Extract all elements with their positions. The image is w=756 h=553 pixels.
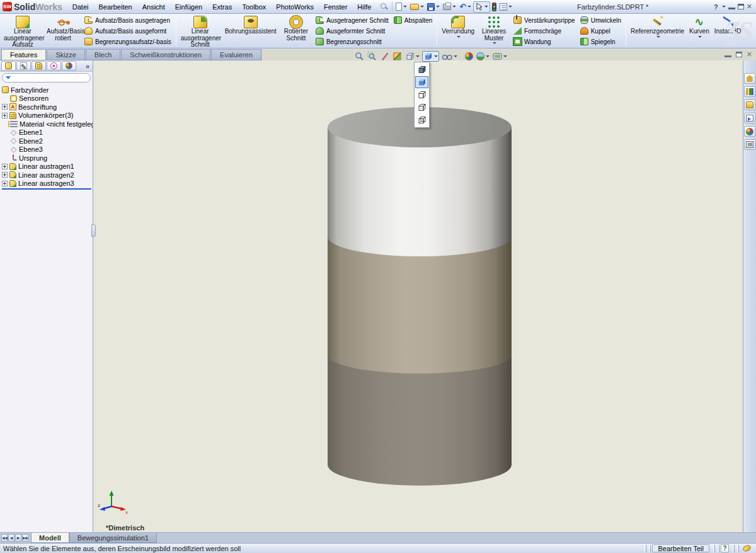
tree-item-extrude3[interactable]: Linear austragen3 <box>2 180 93 188</box>
expand-icon[interactable] <box>2 104 8 110</box>
solidworks-resources-button[interactable] <box>744 73 755 84</box>
menu-datei[interactable]: Datei <box>67 1 94 13</box>
tab-features[interactable]: Features <box>1 49 46 60</box>
tab-blech[interactable]: Blech <box>86 49 121 60</box>
hole-wizard-button[interactable]: Bohrungsassistent <box>222 14 279 47</box>
rollback-bar[interactable] <box>2 188 91 190</box>
curves-button[interactable]: ∿ Kurven <box>687 14 712 47</box>
search-icon[interactable] <box>380 3 388 11</box>
doc-minimize-icon[interactable] <box>724 52 731 57</box>
extruded-cut-button[interactable]: Linear ausgetragener Schnitt <box>178 14 222 47</box>
design-library-button[interactable] <box>744 86 755 97</box>
tree-item-plane2[interactable]: ◇Ebene2 <box>2 137 93 145</box>
zoom-to-fit-button[interactable] <box>354 51 365 62</box>
tab-skizze[interactable]: Skizze <box>47 49 84 60</box>
minimize-icon[interactable] <box>728 4 735 9</box>
wrap-button[interactable]: Umwickeln <box>580 16 621 24</box>
lofted-cut-button[interactable]: Ausgeformter Schnitt <box>316 27 389 35</box>
tree-item-annotations[interactable]: ABeschriftung <box>2 103 93 111</box>
file-explorer-button[interactable] <box>744 100 755 110</box>
help-button[interactable]: ? <box>714 3 718 11</box>
undo-button[interactable]: ↶ <box>458 1 472 13</box>
rebuild-button[interactable] <box>491 1 498 13</box>
print-button[interactable] <box>442 1 457 13</box>
tab-featuremanager-tree[interactable] <box>1 61 16 71</box>
chevron-down-icon[interactable] <box>656 36 660 38</box>
view-orientation-button[interactable] <box>404 51 420 62</box>
menu-bearbeiten[interactable]: Bearbeiten <box>93 1 137 13</box>
select-button[interactable] <box>473 1 490 13</box>
fillet-button[interactable]: Verrundung <box>439 14 477 47</box>
display-style-button[interactable] <box>422 51 439 62</box>
tree-item-solid-bodies[interactable]: Volumenkörper(3) <box>2 111 93 120</box>
chevron-down-icon[interactable] <box>698 36 702 38</box>
cylinder-band-middle[interactable] <box>328 237 512 373</box>
section-view-button[interactable] <box>392 51 403 62</box>
options-button[interactable] <box>498 1 513 13</box>
nav-prev-button[interactable]: ◀ <box>8 534 14 542</box>
custom-properties-button[interactable] <box>744 139 755 150</box>
tree-filter-input[interactable] <box>13 74 87 81</box>
doc-restore-icon[interactable] <box>736 52 742 57</box>
split-button[interactable]: Abspalten <box>394 16 432 24</box>
shaded-option[interactable] <box>415 76 428 88</box>
close-icon[interactable]: ✕ <box>747 3 752 10</box>
linear-pattern-button[interactable]: Lineares Muster <box>477 14 511 47</box>
tab-propertymanager[interactable]: ✎ <box>16 61 31 71</box>
hide-show-items-button[interactable] <box>441 51 458 62</box>
tab-displaymanager[interactable] <box>62 61 76 71</box>
save-button[interactable] <box>426 1 441 13</box>
shell-button[interactable]: Wandung <box>513 38 575 45</box>
extruded-boss-button[interactable]: Linear ausgetragener Aufsatz <box>1 14 44 47</box>
quick-tips-help-icon[interactable]: ? <box>721 544 729 552</box>
boundary-boss-button[interactable]: Begrenzungsaufsatz/-basis <box>84 38 171 45</box>
swept-boss-button[interactable]: Aufsatz/Basis ausgetragen <box>84 16 171 24</box>
open-button[interactable] <box>409 1 425 13</box>
nav-next-button[interactable]: ▶ <box>15 534 21 542</box>
zoom-to-area-button[interactable] <box>367 51 377 62</box>
tree-item-extrude1[interactable]: Linear austragen1 <box>2 162 93 171</box>
chevron-down-icon[interactable] <box>722 6 726 8</box>
panel-splitter-handle[interactable] <box>91 224 96 237</box>
revolved-boss-button[interactable]: Aufsatz/Basis rotiert <box>44 14 82 47</box>
tab-evaluieren[interactable]: Evaluieren <box>211 49 261 60</box>
tab-schweisskonstruktionen[interactable]: Schweißkonstruktionen <box>121 49 210 60</box>
mirror-button[interactable]: Spiegeln <box>580 38 621 45</box>
doc-close-icon[interactable]: ✕ <box>747 51 752 58</box>
rib-button[interactable]: Verstärkungsrippe <box>513 16 575 24</box>
boundary-cut-button[interactable]: Begrenzungsschnitt <box>316 38 389 45</box>
expand-icon[interactable] <box>2 181 8 186</box>
chevron-down-icon[interactable] <box>493 42 496 44</box>
menu-ansicht[interactable]: Ansicht <box>137 1 170 13</box>
tab-bewegungssimulation[interactable]: Bewegungssimulation1 <box>69 533 157 543</box>
menu-toolbox[interactable]: Toolbox <box>237 1 271 13</box>
revolved-cut-button[interactable]: Rotierter Schnitt <box>279 14 313 47</box>
view-settings-button[interactable] <box>492 51 508 62</box>
tree-item-plane3[interactable]: ◇Ebene3 <box>2 145 93 154</box>
menu-fenster[interactable]: Fenster <box>319 1 352 13</box>
wireframe-option[interactable] <box>415 114 428 126</box>
nav-first-button[interactable]: ◀◀ <box>1 534 8 542</box>
menu-hilfe[interactable]: Hilfe <box>352 1 376 13</box>
tab-configurationmanager[interactable] <box>32 61 46 71</box>
lofted-boss-button[interactable]: Aufsatz/Basis ausgeformt <box>84 27 171 35</box>
dome-button[interactable]: Kuppel <box>580 27 621 35</box>
tree-item-extrude2[interactable]: Linear austragen2 <box>2 171 93 180</box>
chevron-down-icon[interactable] <box>457 36 461 38</box>
tree-item-sensors[interactable]: Sensoren <box>2 94 93 103</box>
expand-icon[interactable] <box>2 164 8 169</box>
previous-view-button[interactable] <box>379 51 390 62</box>
reference-geometry-button[interactable]: Referenzgeometrie <box>628 14 687 47</box>
tab-dimxpert[interactable] <box>47 61 61 71</box>
nav-last-button[interactable]: ▶▶ <box>22 534 28 542</box>
tree-item-origin[interactable]: Ursprung <box>2 154 93 162</box>
apply-scene-button[interactable] <box>476 51 490 62</box>
cylinder-band-bottom[interactable] <box>328 356 512 486</box>
swept-cut-button[interactable]: Ausgetragener Schnitt <box>316 16 389 24</box>
restore-icon[interactable] <box>738 4 744 9</box>
tree-item-material[interactable]: Material <nicht festgelegt> <box>2 120 93 128</box>
expand-icon[interactable] <box>2 172 8 178</box>
edit-appearance-button[interactable] <box>464 51 474 62</box>
panel-overflow-chevron[interactable]: » <box>86 62 91 70</box>
hidden-lines-visible-option[interactable] <box>415 101 428 113</box>
